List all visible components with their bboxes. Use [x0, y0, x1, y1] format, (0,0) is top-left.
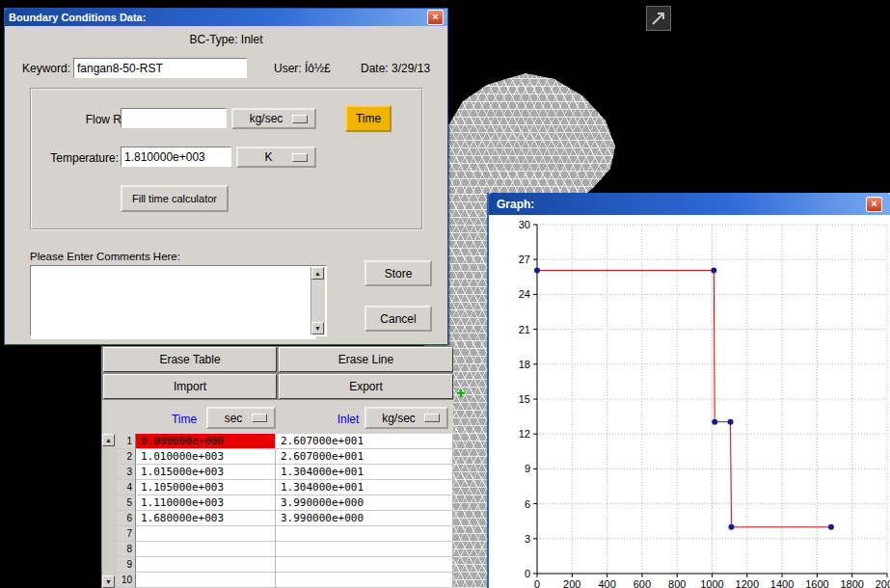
time-unit-dropdown[interactable]: sec	[206, 407, 276, 429]
scroll-up-icon[interactable]: ▲	[311, 267, 324, 280]
mesh-axis-marker	[457, 389, 465, 397]
time-cell[interactable]: 1.680000e+003	[136, 511, 276, 526]
row-number[interactable]: 7	[117, 526, 136, 542]
time-cell[interactable]: 0.000000e+000	[136, 434, 276, 449]
row-number[interactable]: 8	[117, 542, 136, 557]
svg-text:27: 27	[519, 254, 530, 265]
comments-textarea[interactable]	[31, 266, 316, 339]
flow-rate-unit-dropdown[interactable]: kg/sec	[231, 108, 316, 129]
row-number[interactable]: 10	[117, 573, 136, 588]
svg-text:1400: 1400	[770, 578, 794, 588]
value-cell[interactable]	[276, 542, 453, 557]
fill-time-calculator-label: Fill time calculator	[132, 193, 217, 204]
time-cell[interactable]: 1.105000e+003	[136, 480, 276, 495]
close-icon[interactable]: ×	[866, 197, 882, 212]
value-cell[interactable]: 1.304000e+001	[276, 480, 453, 495]
import-label: Import	[174, 380, 206, 393]
table-row[interactable]: 41.105000e+0031.304000e+001	[117, 480, 453, 495]
table-row[interactable]: 9	[117, 557, 453, 573]
pan-arrow-icon[interactable]	[646, 6, 671, 31]
keyword-input[interactable]	[73, 58, 247, 78]
cancel-button-label: Cancel	[380, 312, 416, 326]
svg-text:18: 18	[519, 359, 530, 370]
svg-text:6: 6	[525, 498, 530, 510]
time-cell[interactable]: 1.015000e+003	[136, 465, 276, 480]
time-button[interactable]: Time	[345, 105, 391, 132]
graph-title: Graph:	[497, 198, 534, 211]
svg-text:800: 800	[668, 578, 686, 588]
fill-time-calculator-button[interactable]: Fill time calculator	[121, 185, 229, 212]
store-button[interactable]: Store	[364, 260, 432, 286]
comments-label: Please Enter Comments Here:	[30, 251, 180, 262]
svg-text:0: 0	[534, 578, 540, 588]
boundary-conditions-dialog: Boundary Conditions Data: × BC-Type: Inl…	[4, 8, 448, 345]
value-cell[interactable]	[276, 557, 453, 573]
row-number[interactable]: 3	[117, 465, 136, 480]
bc-table-body: 10.000000e+0002.607000e+00121.010000e+00…	[117, 434, 453, 588]
svg-text:0: 0	[525, 568, 530, 579]
table-row[interactable]: 10.000000e+0002.607000e+001	[117, 434, 453, 449]
erase-line-button[interactable]: Erase Line	[279, 347, 453, 372]
svg-text:12: 12	[519, 428, 530, 440]
row-number[interactable]: 2	[117, 449, 136, 465]
dropdown-indicator-icon	[292, 153, 308, 162]
table-row[interactable]: 31.015000e+0031.304000e+001	[117, 465, 453, 480]
time-cell[interactable]: 1.110000e+003	[136, 495, 276, 511]
time-cell[interactable]	[136, 557, 276, 573]
erase-table-button[interactable]: Erase Table	[103, 347, 277, 372]
export-button[interactable]: Export	[279, 374, 453, 399]
table-scrollbar[interactable]: ▲ ▼	[102, 434, 118, 588]
import-button[interactable]: Import	[103, 374, 277, 399]
scroll-up-icon[interactable]: ▲	[102, 434, 115, 446]
svg-text:200: 200	[563, 578, 580, 588]
table-row[interactable]: 61.680000e+0033.990000e+000	[117, 511, 453, 526]
row-number[interactable]: 9	[117, 557, 136, 573]
scroll-down-icon[interactable]: ▼	[102, 575, 115, 588]
value-cell[interactable]: 2.607000e+001	[276, 434, 453, 449]
value-cell[interactable]	[276, 526, 453, 542]
svg-text:400: 400	[598, 578, 615, 588]
scroll-down-icon[interactable]: ▼	[311, 322, 324, 334]
comments-scrollbar[interactable]: ▲ ▼	[310, 267, 325, 334]
time-cell[interactable]	[136, 526, 276, 542]
desktop: Boundary Conditions Data: × BC-Type: Inl…	[0, 0, 890, 588]
time-cell[interactable]	[136, 573, 276, 588]
svg-text:1200: 1200	[736, 578, 759, 588]
table-row[interactable]: 10	[117, 573, 453, 588]
svg-text:2000: 2000	[876, 578, 890, 588]
table-row[interactable]: 7	[117, 526, 453, 542]
row-number[interactable]: 6	[117, 511, 136, 526]
value-cell[interactable]	[276, 573, 453, 588]
row-number[interactable]: 4	[117, 480, 136, 495]
time-cell[interactable]: 1.010000e+003	[136, 449, 276, 465]
keyword-label: Keyword:	[22, 62, 70, 75]
value-cell[interactable]: 3.990000e+000	[276, 495, 453, 511]
arrow-ne-icon	[647, 7, 670, 30]
titlebar[interactable]: Boundary Conditions Data: ×	[5, 9, 447, 26]
erase-line-label: Erase Line	[338, 353, 393, 366]
flow-rate-input[interactable]	[121, 108, 227, 128]
table-row[interactable]: 8	[117, 542, 453, 557]
flow-rate-unit-value: kg/sec	[240, 112, 292, 125]
temperature-unit-dropdown[interactable]: K	[236, 147, 316, 168]
cancel-button[interactable]: Cancel	[364, 306, 432, 332]
table-row[interactable]: 51.110000e+0033.990000e+000	[117, 495, 453, 511]
date-label: Date: 3/29/13	[361, 62, 430, 75]
graph-plot: 0200400600800100012001400160018002000036…	[489, 215, 890, 588]
svg-text:1600: 1600	[805, 578, 828, 588]
table-row[interactable]: 21.010000e+0032.607000e+001	[117, 449, 453, 465]
svg-text:24: 24	[519, 288, 530, 300]
temperature-input[interactable]	[121, 147, 231, 167]
store-button-label: Store	[385, 267, 413, 281]
value-cell[interactable]: 2.607000e+001	[276, 449, 453, 465]
value-cell[interactable]: 3.990000e+000	[276, 511, 453, 526]
user-label: User: Íô½£	[274, 62, 331, 75]
row-number[interactable]: 1	[117, 434, 136, 449]
time-cell[interactable]	[136, 542, 276, 557]
value-cell[interactable]: 1.304000e+001	[276, 465, 453, 480]
time-column-label: Time	[155, 413, 213, 426]
graph-titlebar[interactable]: Graph: ×	[489, 193, 890, 215]
inlet-unit-dropdown[interactable]: kg/sec	[364, 407, 448, 429]
row-number[interactable]: 5	[117, 495, 136, 511]
close-icon[interactable]: ×	[427, 10, 444, 25]
